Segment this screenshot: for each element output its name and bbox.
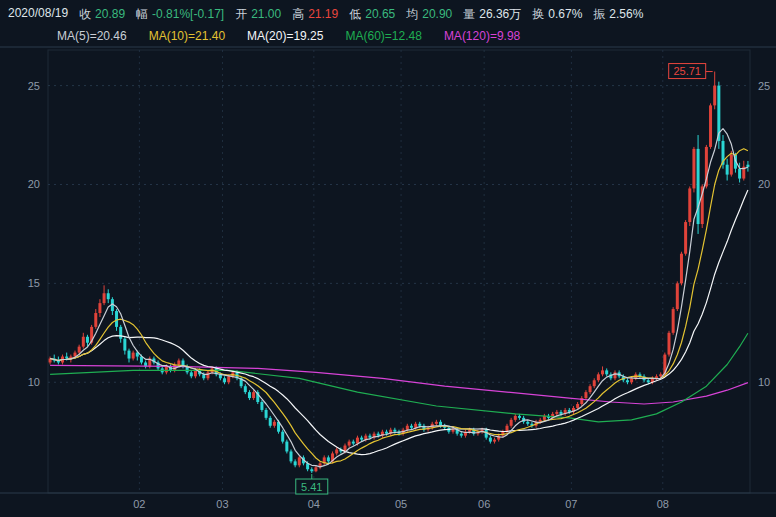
field-open-label: 开 bbox=[235, 6, 247, 23]
candle-body bbox=[510, 420, 513, 426]
field-change-label: 幅 bbox=[136, 6, 148, 23]
quote-header: 2020/08/19 收20.89 幅-0.81%[-0.17] 开21.00 … bbox=[8, 6, 643, 23]
field-low-label: 低 bbox=[349, 6, 361, 23]
field-volume: 量26.36万 bbox=[463, 6, 521, 23]
field-avg-label: 均 bbox=[406, 6, 418, 23]
x-axis-month-label: 08 bbox=[657, 498, 669, 510]
candle-body bbox=[269, 418, 272, 426]
candle-body bbox=[103, 293, 106, 303]
field-low-value: 20.65 bbox=[365, 7, 395, 21]
candle-body bbox=[493, 440, 496, 442]
field-change: 幅-0.81%[-0.17] bbox=[136, 6, 224, 23]
field-open-value: 21.00 bbox=[251, 7, 281, 21]
y-axis-label-right: 10 bbox=[758, 376, 770, 388]
candle-body bbox=[327, 457, 330, 461]
y-axis-label-right: 20 bbox=[758, 178, 770, 190]
candle-body bbox=[335, 449, 338, 453]
field-low: 低20.65 bbox=[349, 6, 395, 23]
candle-body bbox=[132, 353, 135, 359]
candle-body bbox=[119, 327, 122, 339]
candle-body bbox=[252, 392, 255, 398]
x-axis-month-label: 06 bbox=[478, 498, 490, 510]
x-axis-month-label: 03 bbox=[216, 498, 228, 510]
axis-labels: 2520151025201002030405060708 bbox=[28, 80, 771, 510]
gridlines bbox=[48, 50, 750, 493]
candle-body bbox=[294, 461, 297, 465]
field-change-value: -0.81%[-0.17] bbox=[152, 7, 224, 21]
candle-body bbox=[738, 169, 741, 179]
candle-body bbox=[576, 404, 579, 408]
candle-body bbox=[206, 372, 209, 378]
candle-body bbox=[452, 430, 455, 432]
candle-body bbox=[730, 155, 733, 175]
candle-body bbox=[310, 469, 313, 471]
candle-body bbox=[194, 370, 197, 376]
ma120-line bbox=[50, 365, 748, 404]
candle-body bbox=[360, 438, 363, 440]
field-turnover: 换0.67% bbox=[532, 6, 582, 23]
field-avg-value: 20.90 bbox=[422, 7, 452, 21]
price-chart[interactable]: 252015102520100203040506070825.715.41 bbox=[0, 0, 776, 517]
candle-body bbox=[244, 386, 247, 392]
quote-date: 2020/08/19 bbox=[8, 6, 68, 23]
x-axis-month-label: 05 bbox=[395, 498, 407, 510]
candle-body bbox=[680, 254, 683, 284]
candle-body bbox=[78, 347, 81, 353]
field-high-value: 21.19 bbox=[308, 7, 338, 21]
field-avg: 均20.90 bbox=[406, 6, 452, 23]
candle-body bbox=[584, 392, 587, 398]
candle-body bbox=[597, 374, 600, 380]
candle-body bbox=[672, 309, 675, 333]
field-amplitude: 振2.56% bbox=[593, 6, 643, 23]
ma-legend: MA(5)=20.46 MA(10)=21.40 MA(20)=19.25 MA… bbox=[57, 29, 520, 43]
ma10-legend: MA(10)=21.40 bbox=[149, 29, 225, 43]
high-annotation: 25.71 bbox=[669, 64, 713, 79]
candle-body bbox=[385, 432, 388, 434]
x-axis-month-label: 02 bbox=[133, 498, 145, 510]
candle-body bbox=[746, 165, 749, 167]
candle-body bbox=[177, 360, 180, 364]
field-amplitude-label: 振 bbox=[593, 6, 605, 23]
candle-body bbox=[697, 149, 700, 224]
candle-body bbox=[692, 149, 695, 189]
candle-body bbox=[518, 416, 521, 418]
field-volume-label: 量 bbox=[463, 6, 475, 23]
candle-body bbox=[227, 376, 230, 382]
field-high-label: 高 bbox=[292, 6, 304, 23]
y-axis-label-left: 15 bbox=[28, 277, 40, 289]
candle-body bbox=[65, 357, 68, 359]
candle-body bbox=[460, 434, 463, 436]
ma20-legend: MA(20)=19.25 bbox=[247, 29, 323, 43]
candle-body bbox=[406, 426, 409, 430]
candle-body bbox=[630, 378, 633, 382]
candle-body bbox=[82, 337, 85, 347]
candle-body bbox=[601, 370, 604, 374]
candle-body bbox=[647, 380, 650, 382]
candle-body bbox=[560, 412, 563, 414]
ma5-legend: MA(5)=20.46 bbox=[57, 29, 127, 43]
candle-body bbox=[468, 430, 471, 432]
field-close: 收20.89 bbox=[79, 6, 125, 23]
field-volume-value: 26.36万 bbox=[479, 6, 521, 23]
ma120-legend: MA(120)=9.98 bbox=[444, 29, 520, 43]
candle-body bbox=[709, 105, 712, 147]
candle-body bbox=[418, 424, 421, 426]
candle-body bbox=[555, 412, 558, 414]
candle-body bbox=[107, 293, 110, 299]
candle-body bbox=[659, 374, 662, 376]
candle-body bbox=[605, 370, 608, 374]
candle-body bbox=[593, 380, 596, 386]
field-high: 高21.19 bbox=[292, 6, 338, 23]
candle-body bbox=[190, 372, 193, 376]
candle-body bbox=[314, 467, 317, 471]
candle-body bbox=[489, 438, 492, 442]
candle-body bbox=[115, 311, 118, 327]
ma20-line bbox=[50, 190, 748, 455]
candle-body bbox=[410, 426, 413, 428]
candle-body bbox=[368, 436, 371, 438]
candle-body bbox=[260, 402, 263, 410]
y-axis-label-left: 10 bbox=[28, 376, 40, 388]
candle-body bbox=[514, 416, 517, 420]
candle-body bbox=[290, 451, 293, 461]
candle-body bbox=[273, 422, 276, 426]
